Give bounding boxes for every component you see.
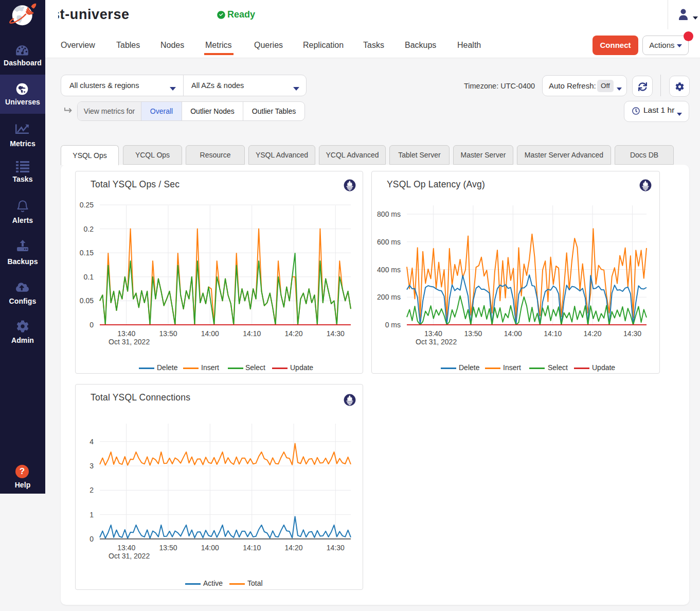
svg-text:1: 1 <box>89 511 94 519</box>
svg-text:4: 4 <box>89 438 94 446</box>
svg-text:14:10: 14:10 <box>243 329 261 338</box>
svg-text:0: 0 <box>89 321 94 329</box>
svg-text:13:40: 13:40 <box>424 329 442 338</box>
svg-text:14:20: 14:20 <box>284 329 302 338</box>
svg-text:14:30: 14:30 <box>327 329 345 338</box>
svg-text:13:50: 13:50 <box>159 329 177 338</box>
svg-text:14:10: 14:10 <box>243 544 261 552</box>
svg-text:2: 2 <box>89 486 94 494</box>
svg-text:800 ms: 800 ms <box>377 210 401 218</box>
svg-text:14:30: 14:30 <box>327 544 345 552</box>
svg-text:13:40: 13:40 <box>117 544 135 552</box>
svg-text:14:20: 14:20 <box>284 544 302 552</box>
svg-text:Oct 31, 2022: Oct 31, 2022 <box>109 552 150 560</box>
svg-text:200 ms: 200 ms <box>377 293 401 301</box>
svg-text:14:00: 14:00 <box>504 329 522 338</box>
svg-text:0 ms: 0 ms <box>385 321 401 329</box>
svg-text:400 ms: 400 ms <box>377 266 401 274</box>
svg-text:Oct 31, 2022: Oct 31, 2022 <box>109 338 150 346</box>
svg-text:0.1: 0.1 <box>84 273 94 281</box>
svg-text:14:00: 14:00 <box>201 329 219 338</box>
svg-text:14:00: 14:00 <box>201 544 219 552</box>
svg-text:14:20: 14:20 <box>584 329 602 338</box>
svg-text:13:40: 13:40 <box>117 329 135 338</box>
svg-text:0.05: 0.05 <box>80 296 94 305</box>
svg-text:3: 3 <box>89 462 94 470</box>
svg-text:14:30: 14:30 <box>623 329 641 338</box>
svg-text:600 ms: 600 ms <box>377 238 401 246</box>
svg-text:Oct 31, 2022: Oct 31, 2022 <box>416 338 457 346</box>
svg-text:0: 0 <box>89 535 94 543</box>
svg-text:13:50: 13:50 <box>159 544 177 552</box>
svg-text:0.2: 0.2 <box>84 225 94 233</box>
svg-text:0.25: 0.25 <box>80 201 94 209</box>
svg-text:14:10: 14:10 <box>544 329 562 338</box>
svg-text:0.15: 0.15 <box>80 249 94 257</box>
svg-text:13:50: 13:50 <box>464 329 482 338</box>
